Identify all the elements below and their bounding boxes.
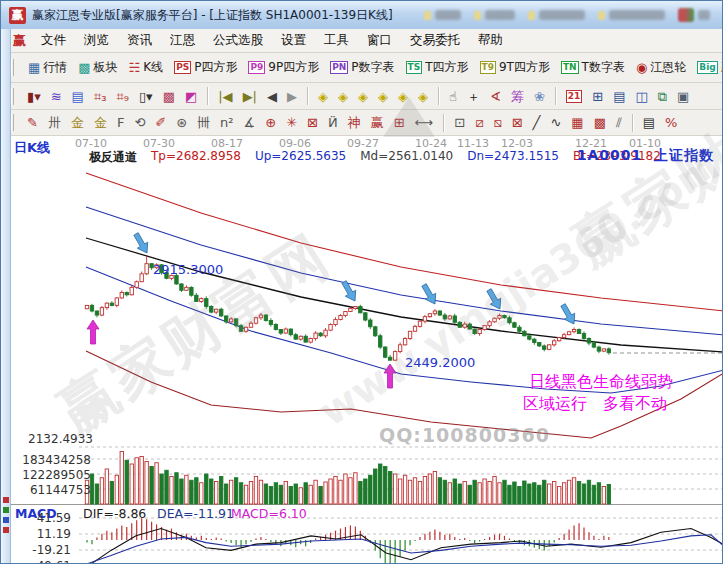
gann-box-tool[interactable]: ⊠ bbox=[508, 115, 527, 130]
angle-mirror-tool[interactable]: ∡ bbox=[240, 115, 260, 130]
kline-canvas[interactable] bbox=[1, 136, 723, 564]
gann-box-tool-glyph: ⊠ bbox=[512, 116, 523, 129]
toolbar-grip[interactable] bbox=[11, 59, 14, 76]
trend-line-tool[interactable]: ╱ bbox=[529, 115, 545, 130]
kline-style-dropdown[interactable]: ▮▾ bbox=[23, 89, 45, 104]
percent-tool[interactable]: % bbox=[661, 115, 681, 130]
first-page-button[interactable]: |◀ bbox=[214, 89, 236, 104]
f-grid-tool[interactable]: F bbox=[113, 115, 128, 130]
calculator-icon[interactable]: ⊞ bbox=[588, 89, 607, 104]
box-tool[interactable]: ⊡ bbox=[450, 115, 469, 130]
gann-clock-tool[interactable]: ⊛ bbox=[172, 115, 191, 130]
gann-web-tool[interactable]: ✳ bbox=[282, 115, 301, 130]
zoom-diamond-5[interactable]: ◈ bbox=[394, 89, 412, 104]
report-icon[interactable]: ▤ bbox=[68, 89, 88, 104]
menu-item-9[interactable]: 帮助 bbox=[469, 30, 512, 49]
h-mark-tool[interactable]: Ӥ bbox=[324, 115, 342, 130]
pane-label: 日K线 bbox=[14, 139, 50, 157]
wave-icon[interactable]: ≋ bbox=[47, 89, 66, 104]
gold-grid-tool-2[interactable]: 金 bbox=[90, 115, 111, 130]
chip-distribution-icon[interactable]: ▩ bbox=[159, 89, 179, 104]
t-square-button[interactable]: TST四方形 bbox=[402, 58, 473, 77]
zoom-diamond-1[interactable]: ◈ bbox=[314, 89, 332, 104]
grid-tool[interactable]: ▦ bbox=[567, 115, 587, 130]
win-grid-tool[interactable]: 赢 bbox=[367, 115, 388, 130]
calendar-icon[interactable]: 21 bbox=[562, 89, 587, 104]
menu-item-1[interactable]: 浏览 bbox=[75, 30, 118, 49]
export-icon[interactable]: ⧉ bbox=[654, 89, 671, 104]
bars-9-icon[interactable]: ⌗₉ bbox=[112, 89, 133, 104]
menu-item-6[interactable]: 工具 bbox=[315, 30, 358, 49]
price-grid-tool[interactable]: 卅 bbox=[44, 115, 65, 130]
shen-grid-tool[interactable]: 神 bbox=[344, 115, 365, 130]
menu-item-7[interactable]: 窗口 bbox=[358, 30, 401, 49]
chip-tool[interactable]: 筹 bbox=[507, 89, 528, 104]
zoom-diamond-2[interactable]: ◈ bbox=[334, 89, 352, 104]
save-icon[interactable]: ◫ bbox=[631, 89, 651, 104]
ruler-grid-tool[interactable]: 卌 bbox=[193, 115, 214, 130]
measure-tool[interactable]: ⟷ bbox=[411, 115, 438, 130]
box-fan-tool[interactable]: ⧅ bbox=[489, 115, 505, 130]
hand-tool[interactable]: ☝ bbox=[445, 89, 461, 104]
bars-3-icon[interactable]: ⌗₃ bbox=[90, 89, 111, 104]
n-square-tool[interactable]: n² bbox=[216, 115, 237, 130]
macd-axis-label: -49.61 bbox=[9, 559, 71, 564]
gold-grid-tool[interactable]: 金 bbox=[67, 115, 88, 130]
kline-button[interactable]: ☵K线 bbox=[125, 58, 168, 77]
t-square-button-icon: TS bbox=[406, 61, 423, 74]
export-icon-glyph: ⧉ bbox=[658, 90, 667, 103]
candle-type-dropdown[interactable]: ▯▾ bbox=[135, 89, 157, 104]
toolbar-grip[interactable] bbox=[11, 88, 14, 105]
circle-cross-tool[interactable]: ⊕ bbox=[261, 115, 280, 130]
p-number-table-button[interactable]: PNP数字表 bbox=[326, 58, 398, 77]
next-page-button[interactable]: ▶ bbox=[283, 89, 301, 104]
last-page-button[interactable]: ▶| bbox=[239, 89, 261, 104]
angle-measure-tool-glyph: ∢ bbox=[490, 90, 501, 103]
zoom-diamond-3[interactable]: ◈ bbox=[354, 89, 372, 104]
menu-item-3[interactable]: 江恩 bbox=[161, 30, 204, 49]
trend-line-tool-glyph: ╱ bbox=[533, 116, 541, 129]
toolbar-separator bbox=[207, 87, 208, 105]
brain-icon[interactable]: ❀ bbox=[530, 89, 549, 104]
parallel-lines-tool[interactable]: ⫽ bbox=[612, 115, 626, 130]
9t-square-button[interactable]: T99T四方形 bbox=[476, 58, 554, 77]
zoom-diamond-6[interactable]: ◈ bbox=[414, 89, 432, 104]
save-icon-glyph: ◫ bbox=[635, 90, 647, 103]
gann-wheel-button[interactable]: ◉江恩轮 bbox=[632, 58, 690, 77]
menu-item-4[interactable]: 公式选股 bbox=[204, 30, 272, 49]
square-web-tool[interactable]: ⊠ bbox=[303, 115, 322, 130]
sectors-button[interactable]: ▩板块 bbox=[74, 58, 121, 77]
fan-lines-tool[interactable]: ⧄ bbox=[471, 115, 487, 130]
p-number-table-button-label: P数字表 bbox=[351, 59, 394, 76]
notepad-icon[interactable]: ▤ bbox=[609, 89, 629, 104]
marker-pen-tool[interactable]: ✐ bbox=[151, 115, 170, 130]
macd-axis-label: 41.59 bbox=[9, 511, 71, 525]
t-square-button-label: T四方形 bbox=[425, 59, 468, 76]
angle-measure-tool[interactable]: ∢ bbox=[486, 89, 505, 104]
zigzag-tool[interactable]: ∿ bbox=[546, 115, 565, 130]
print-icon[interactable]: ▣ bbox=[673, 89, 693, 104]
prev-page-button[interactable]: ◀ bbox=[263, 89, 281, 104]
number-grid-tool[interactable]: ⊞ bbox=[390, 115, 409, 130]
toolbar-grip[interactable] bbox=[11, 114, 14, 131]
color-chart-icon[interactable]: ◩ bbox=[181, 89, 201, 104]
big-winner-button[interactable]: Big赢家 bbox=[693, 58, 722, 77]
macd-axis-label: 11.19 bbox=[9, 527, 71, 541]
menu-item-2[interactable]: 资讯 bbox=[118, 30, 161, 49]
9p-square-button[interactable]: P99P四方形 bbox=[244, 58, 323, 77]
menu-item-5[interactable]: 设置 bbox=[272, 30, 315, 49]
t-number-table-button[interactable]: TNT数字表 bbox=[557, 58, 629, 77]
n-square-tool-glyph: n² bbox=[220, 116, 233, 129]
p-square-button[interactable]: PSP四方形 bbox=[170, 58, 241, 77]
docked-panel-tabs[interactable] bbox=[1, 497, 10, 533]
crosshair-tool[interactable]: ＋ bbox=[463, 89, 484, 104]
numbered-grid-tool[interactable]: ▩ bbox=[590, 115, 610, 130]
stats-bars-tool[interactable]: ▤ bbox=[639, 115, 659, 130]
brush-tool[interactable]: ✎ bbox=[23, 115, 42, 130]
quotes-button[interactable]: ▦行情 bbox=[24, 58, 71, 77]
title-bar[interactable]: 赢 赢家江恩专业版[赢家服务平台] - [上证指数 SH1A0001-139日K… bbox=[1, 1, 722, 29]
spiral-tool[interactable]: ⟲ bbox=[130, 115, 149, 130]
menu-item-8[interactable]: 交易委托 bbox=[401, 30, 469, 49]
zoom-diamond-4[interactable]: ◈ bbox=[374, 89, 392, 104]
menu-item-0[interactable]: 文件 bbox=[32, 30, 75, 49]
